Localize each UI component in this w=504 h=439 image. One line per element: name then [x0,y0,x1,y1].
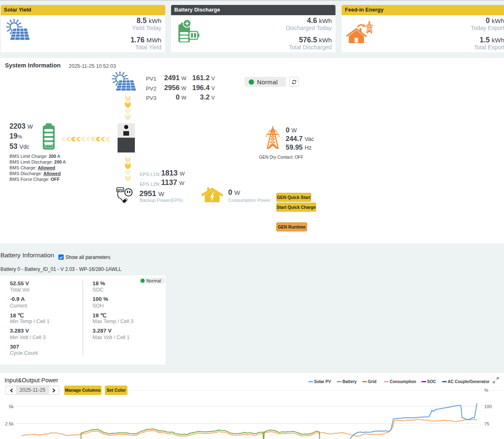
svg-text:EPS: EPS [118,189,123,192]
